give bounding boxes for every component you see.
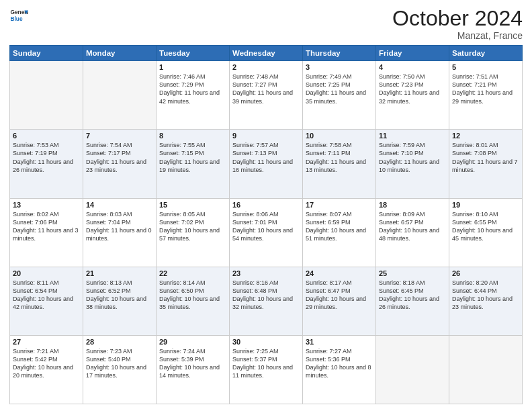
calendar-cell (449, 335, 523, 404)
calendar-week-3: 13Sunrise: 8:02 AM Sunset: 7:06 PM Dayli… (10, 198, 523, 267)
day-info: Sunrise: 7:49 AM Sunset: 7:25 PM Dayligh… (306, 73, 373, 105)
calendar-header-row: SundayMondayTuesdayWednesdayThursdayFrid… (10, 46, 523, 61)
calendar-cell: 25Sunrise: 8:18 AM Sunset: 6:45 PM Dayli… (376, 267, 449, 335)
calendar-header-monday: Monday (83, 46, 157, 61)
day-info: Sunrise: 7:21 AM Sunset: 5:42 PM Dayligh… (13, 347, 80, 380)
calendar-cell: 18Sunrise: 8:09 AM Sunset: 6:57 PM Dayli… (376, 198, 449, 267)
day-info: Sunrise: 8:10 AM Sunset: 6:55 PM Dayligh… (452, 210, 519, 243)
day-number: 17 (306, 201, 373, 209)
calendar-header-saturday: Saturday (449, 46, 523, 61)
day-info: Sunrise: 8:01 AM Sunset: 7:08 PM Dayligh… (452, 141, 519, 174)
day-info: Sunrise: 7:58 AM Sunset: 7:11 PM Dayligh… (306, 141, 373, 174)
day-number: 13 (13, 201, 80, 209)
day-number: 15 (159, 201, 226, 209)
day-number: 21 (86, 269, 153, 277)
day-number: 16 (232, 201, 300, 209)
calendar-week-1: 1Sunrise: 7:46 AM Sunset: 7:29 PM Daylig… (10, 61, 523, 130)
day-info: Sunrise: 8:06 AM Sunset: 7:01 PM Dayligh… (232, 210, 300, 243)
day-number: 19 (452, 201, 519, 209)
day-info: Sunrise: 7:48 AM Sunset: 7:27 PM Dayligh… (232, 73, 300, 105)
day-number: 22 (159, 269, 226, 277)
day-number: 25 (379, 269, 446, 277)
month-title: October 2024 (392, 7, 523, 30)
day-number: 6 (13, 132, 80, 140)
day-number: 24 (306, 269, 373, 277)
calendar-cell: 29Sunrise: 7:24 AM Sunset: 5:39 PM Dayli… (157, 335, 230, 404)
day-number: 7 (86, 132, 153, 140)
calendar-cell: 4Sunrise: 7:50 AM Sunset: 7:23 PM Daylig… (376, 61, 449, 130)
day-info: Sunrise: 8:13 AM Sunset: 6:52 PM Dayligh… (86, 279, 153, 312)
calendar-cell: 1Sunrise: 7:46 AM Sunset: 7:29 PM Daylig… (157, 61, 230, 130)
calendar-week-2: 6Sunrise: 7:53 AM Sunset: 7:19 PM Daylig… (10, 130, 523, 198)
day-number: 3 (306, 63, 373, 71)
calendar-cell: 13Sunrise: 8:02 AM Sunset: 7:06 PM Dayli… (10, 198, 83, 267)
calendar-cell: 19Sunrise: 8:10 AM Sunset: 6:55 PM Dayli… (449, 198, 523, 267)
day-info: Sunrise: 7:27 AM Sunset: 5:36 PM Dayligh… (306, 347, 373, 380)
day-number: 1 (159, 63, 226, 71)
calendar-header-tuesday: Tuesday (157, 46, 230, 61)
day-number: 9 (232, 132, 300, 140)
calendar-body: 1Sunrise: 7:46 AM Sunset: 7:29 PM Daylig… (10, 61, 523, 404)
day-info: Sunrise: 7:46 AM Sunset: 7:29 PM Dayligh… (159, 73, 226, 105)
logo-icon: General Blue (9, 7, 28, 26)
calendar-cell: 14Sunrise: 8:03 AM Sunset: 7:04 PM Dayli… (83, 198, 157, 267)
day-number: 12 (452, 132, 519, 140)
calendar-cell: 21Sunrise: 8:13 AM Sunset: 6:52 PM Dayli… (83, 267, 157, 335)
calendar-week-5: 27Sunrise: 7:21 AM Sunset: 5:42 PM Dayli… (10, 335, 523, 404)
calendar-table: SundayMondayTuesdayWednesdayThursdayFrid… (9, 45, 523, 404)
day-info: Sunrise: 8:17 AM Sunset: 6:47 PM Dayligh… (306, 279, 373, 312)
day-info: Sunrise: 8:16 AM Sunset: 6:48 PM Dayligh… (232, 279, 300, 312)
day-number: 8 (159, 132, 226, 140)
calendar-cell: 26Sunrise: 8:20 AM Sunset: 6:44 PM Dayli… (449, 267, 523, 335)
calendar-cell: 22Sunrise: 8:14 AM Sunset: 6:50 PM Dayli… (157, 267, 230, 335)
day-info: Sunrise: 7:50 AM Sunset: 7:23 PM Dayligh… (379, 73, 446, 105)
day-number: 27 (13, 338, 80, 346)
day-info: Sunrise: 8:20 AM Sunset: 6:44 PM Dayligh… (452, 279, 519, 312)
day-number: 26 (452, 269, 519, 277)
header: General Blue October 2024 Manzat, France (9, 7, 523, 41)
day-number: 10 (306, 132, 373, 140)
calendar-cell: 5Sunrise: 7:51 AM Sunset: 7:21 PM Daylig… (449, 61, 523, 130)
day-info: Sunrise: 7:25 AM Sunset: 5:37 PM Dayligh… (232, 347, 300, 380)
calendar-cell (10, 61, 83, 130)
day-info: Sunrise: 8:11 AM Sunset: 6:54 PM Dayligh… (13, 279, 80, 312)
logo: General Blue (9, 7, 28, 26)
location-title: Manzat, France (392, 30, 523, 41)
calendar-cell: 7Sunrise: 7:54 AM Sunset: 7:17 PM Daylig… (83, 130, 157, 198)
day-info: Sunrise: 7:51 AM Sunset: 7:21 PM Dayligh… (452, 73, 519, 105)
day-info: Sunrise: 7:59 AM Sunset: 7:10 PM Dayligh… (379, 141, 446, 174)
day-info: Sunrise: 8:05 AM Sunset: 7:02 PM Dayligh… (159, 210, 226, 243)
day-number: 2 (232, 63, 300, 71)
calendar-cell: 10Sunrise: 7:58 AM Sunset: 7:11 PM Dayli… (303, 130, 376, 198)
calendar-cell: 6Sunrise: 7:53 AM Sunset: 7:19 PM Daylig… (10, 130, 83, 198)
day-number: 30 (232, 338, 300, 346)
calendar-cell: 9Sunrise: 7:57 AM Sunset: 7:13 PM Daylig… (230, 130, 303, 198)
calendar-cell: 2Sunrise: 7:48 AM Sunset: 7:27 PM Daylig… (230, 61, 303, 130)
calendar-header-friday: Friday (376, 46, 449, 61)
calendar-cell (83, 61, 157, 130)
calendar-cell: 28Sunrise: 7:23 AM Sunset: 5:40 PM Dayli… (83, 335, 157, 404)
calendar-cell: 16Sunrise: 8:06 AM Sunset: 7:01 PM Dayli… (230, 198, 303, 267)
day-info: Sunrise: 7:54 AM Sunset: 7:17 PM Dayligh… (86, 141, 153, 174)
title-block: October 2024 Manzat, France (392, 7, 523, 41)
calendar-cell (376, 335, 449, 404)
day-number: 28 (86, 338, 153, 346)
day-number: 18 (379, 201, 446, 209)
calendar-cell: 3Sunrise: 7:49 AM Sunset: 7:25 PM Daylig… (303, 61, 376, 130)
day-info: Sunrise: 7:24 AM Sunset: 5:39 PM Dayligh… (159, 347, 226, 380)
day-number: 11 (379, 132, 446, 140)
calendar-cell: 15Sunrise: 8:05 AM Sunset: 7:02 PM Dayli… (157, 198, 230, 267)
calendar-cell: 27Sunrise: 7:21 AM Sunset: 5:42 PM Dayli… (10, 335, 83, 404)
day-info: Sunrise: 8:07 AM Sunset: 6:59 PM Dayligh… (306, 210, 373, 243)
calendar-header-sunday: Sunday (10, 46, 83, 61)
day-number: 23 (232, 269, 300, 277)
svg-text:Blue: Blue (10, 15, 22, 22)
calendar-cell: 24Sunrise: 8:17 AM Sunset: 6:47 PM Dayli… (303, 267, 376, 335)
day-number: 5 (452, 63, 519, 71)
calendar-cell: 8Sunrise: 7:55 AM Sunset: 7:15 PM Daylig… (157, 130, 230, 198)
day-info: Sunrise: 8:14 AM Sunset: 6:50 PM Dayligh… (159, 279, 226, 312)
day-number: 14 (86, 201, 153, 209)
day-info: Sunrise: 7:53 AM Sunset: 7:19 PM Dayligh… (13, 141, 80, 174)
calendar-cell: 31Sunrise: 7:27 AM Sunset: 5:36 PM Dayli… (303, 335, 376, 404)
day-number: 4 (379, 63, 446, 71)
